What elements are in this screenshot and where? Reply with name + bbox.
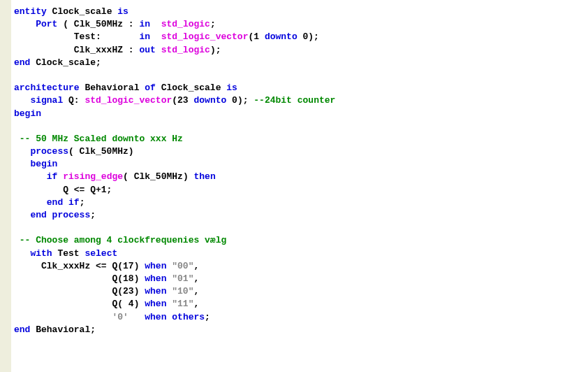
code-text bbox=[150, 31, 161, 42]
code-text: Q(23) bbox=[14, 286, 145, 296]
code-text: Clk_xxxHZ : bbox=[14, 45, 139, 55]
keyword-when: when bbox=[145, 312, 166, 322]
string-literal: "01" bbox=[172, 273, 193, 284]
code-text: ( Clk_50MHz) bbox=[123, 171, 193, 182]
code-text bbox=[150, 19, 161, 29]
type-stdlogic: std_logic bbox=[161, 45, 210, 55]
code-text: Test: bbox=[14, 31, 139, 42]
keyword-is: is bbox=[117, 6, 128, 17]
code-text: Clock_scale; bbox=[30, 57, 101, 68]
keyword-when: when bbox=[145, 299, 166, 309]
keyword-others: others bbox=[172, 312, 205, 322]
keyword-if: if bbox=[14, 171, 57, 182]
code-text: ; bbox=[210, 19, 216, 29]
vhdl-source: entity Clock_scale is Port ( Clk_50MHz :… bbox=[14, 6, 585, 336]
string-literal: "11" bbox=[172, 299, 193, 309]
code-text: ; bbox=[80, 197, 85, 208]
keyword-architecture: architecture bbox=[14, 83, 80, 93]
keyword-when: when bbox=[145, 273, 166, 284]
keyword-with: with bbox=[14, 248, 52, 259]
keyword-end: end bbox=[14, 57, 30, 68]
char-literal: '0' bbox=[112, 312, 128, 322]
code-text: ; bbox=[205, 312, 210, 322]
keyword-when: when bbox=[145, 261, 166, 271]
code-text: Q <= Q+1; bbox=[14, 185, 112, 195]
code-text: ( Clk_50MHz : bbox=[57, 19, 139, 29]
comment: -- Choose among 4 clockfrequenies vælg bbox=[14, 235, 226, 245]
code-text: ; bbox=[90, 210, 96, 220]
keyword-entity: entity bbox=[14, 6, 47, 17]
keyword-is: is bbox=[226, 83, 237, 93]
code-text: (1 bbox=[248, 31, 264, 42]
code-text bbox=[128, 312, 145, 322]
code-text: Clock_scale bbox=[156, 83, 226, 93]
keyword-begin: begin bbox=[14, 108, 41, 119]
code-text: , bbox=[193, 299, 199, 309]
keyword-downto: downto bbox=[193, 95, 226, 106]
keyword-in: in bbox=[139, 31, 150, 42]
comment: -- 50 MHz Scaled downto xxx Hz bbox=[14, 134, 183, 144]
keyword-of: of bbox=[145, 83, 156, 93]
code-text: Q(18) bbox=[14, 273, 145, 284]
code-text: , bbox=[193, 273, 199, 284]
keyword-downto: downto bbox=[265, 31, 297, 42]
code-text: ( Clk_50MHz) bbox=[68, 146, 134, 157]
keyword-select: select bbox=[84, 248, 117, 259]
code-text: Q: bbox=[63, 95, 84, 106]
code-text bbox=[14, 312, 112, 322]
code-text: 0); bbox=[226, 95, 253, 106]
keyword-out: out bbox=[139, 45, 155, 55]
code-text: Test bbox=[52, 248, 85, 259]
keyword-then: then bbox=[193, 171, 215, 182]
code-block: entity Clock_scale is Port ( Clk_50MHz :… bbox=[11, 0, 588, 372]
code-text: ); bbox=[210, 45, 221, 55]
func-risingedge: rising_edge bbox=[63, 171, 123, 182]
code-text: , bbox=[193, 261, 199, 271]
keyword-endprocess: end process bbox=[14, 210, 90, 220]
code-text: Q( 4) bbox=[14, 299, 145, 309]
string-literal: "10" bbox=[172, 286, 193, 296]
type-stdlogicvector: std_logic_vector bbox=[161, 31, 249, 42]
keyword-in: in bbox=[139, 19, 150, 29]
keyword-endif: end if bbox=[14, 197, 80, 208]
code-text: Behavioral bbox=[80, 83, 145, 93]
keyword-begin: begin bbox=[14, 159, 57, 169]
code-text: Clk_xxxHz <= Q(17) bbox=[14, 261, 145, 271]
keyword-port: Port bbox=[14, 19, 57, 29]
code-text: Behavioral; bbox=[30, 324, 96, 335]
type-stdlogicvector: std_logic_vector bbox=[84, 95, 172, 106]
keyword-signal: signal bbox=[14, 95, 63, 106]
string-literal: "00" bbox=[172, 261, 193, 271]
keyword-when: when bbox=[145, 286, 166, 296]
keyword-process: process bbox=[14, 146, 68, 157]
entity-name: Clock_scale bbox=[47, 6, 117, 17]
code-text: (23 bbox=[172, 95, 193, 106]
comment: --24bit counter bbox=[253, 95, 335, 106]
code-text: 0); bbox=[297, 31, 319, 42]
code-text bbox=[156, 45, 161, 55]
type-stdlogic: std_logic bbox=[161, 19, 210, 29]
code-text: , bbox=[193, 286, 199, 296]
keyword-end: end bbox=[14, 324, 30, 335]
